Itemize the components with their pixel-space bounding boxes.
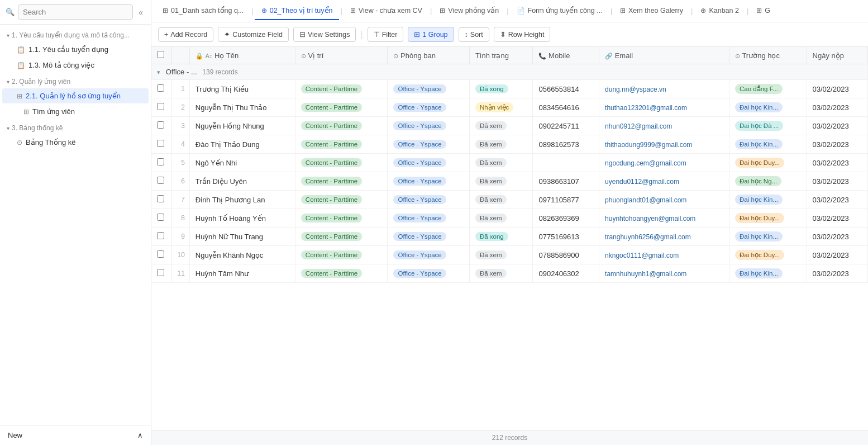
add-record-button[interactable]: + Add Record: [158, 27, 213, 42]
tab-02-theo-vi-tri[interactable]: ⊕ 02_Theo vị trí tuyển: [255, 2, 340, 20]
row-number: 3: [171, 117, 189, 135]
sidebar-item-yeu-cau-tuyen-dung[interactable]: 📋 1.1. Yêu cầu tuyển dụng: [2, 42, 149, 57]
sidebar-section-2[interactable]: ▾ 2. Quản lý ứng viên: [0, 73, 151, 88]
row-name: Trần Diệu Uyên: [189, 172, 295, 191]
sidebar-section-1[interactable]: ▾ 1. Yêu cầu tuyển dụng và mô tả công...: [0, 27, 151, 41]
table-row[interactable]: 1 Trương Thị Kiều Content - Parttime Off…: [151, 80, 868, 98]
sidebar-item-mo-ta-cong-viec[interactable]: 📋 1.3. Mô tả công việc: [2, 58, 149, 73]
row-checkbox[interactable]: [157, 250, 164, 258]
row-dept: Office - Yspace: [388, 117, 469, 135]
col-header-email: 🔗 Email: [599, 47, 729, 64]
group-button[interactable]: ⊞ 1 Group: [408, 27, 454, 42]
total-records-label: 212 records: [492, 434, 527, 442]
row-email: nhun0912@gmail.com: [599, 117, 729, 135]
select-all-checkbox[interactable]: [157, 51, 164, 58]
row-date: 03/02/2023: [807, 209, 867, 228]
sidebar-item-quan-ly-ho-so[interactable]: ⊞ 2.1. Quản lý hồ sơ ứng tuyển: [2, 88, 149, 103]
filter-label: Filter: [382, 31, 398, 39]
row-checkbox[interactable]: [157, 195, 164, 202]
tab-xem-galerry[interactable]: ⊞ Xem theo Galerry: [613, 2, 690, 20]
section-2-chevron: ▾: [7, 79, 9, 85]
col-header-mobile: 📞 Mobile: [533, 47, 599, 64]
tab-g[interactable]: ⊞ G: [750, 2, 777, 20]
sidebar-item-tim-ung-vien[interactable]: ⊞ Tìm ứng viên: [2, 104, 149, 119]
tab-kanban[interactable]: ⊕ Kanban 2: [694, 2, 746, 20]
table-row[interactable]: 5 Ngô Yến Nhi Content - Parttime Office …: [151, 154, 868, 172]
table-row[interactable]: 8 Huỳnh Tố Hoàng Yến Content - Parttime …: [151, 209, 868, 228]
tab-view-chua-xem[interactable]: ⊞ View - chưa xem CV: [344, 2, 429, 20]
row-height-button[interactable]: ⇕ Row Height: [494, 27, 551, 42]
sidebar-item-label: Bảng Thống kê: [26, 138, 75, 146]
sidebar-item-bang-thong-ke[interactable]: ⊙ Bảng Thống kê: [2, 135, 149, 150]
dept-badge: Office - Yspace: [393, 232, 446, 241]
row-checkbox[interactable]: [157, 158, 164, 165]
row-date: 03/02/2023: [807, 191, 867, 209]
row-number: 5: [171, 154, 189, 172]
tab-label: Kanban 2: [709, 7, 739, 15]
position-badge: Content - Parttime: [301, 158, 362, 167]
dept-badge: Office - Yspace: [393, 269, 446, 278]
email-value: thuthao123201@gmail.com: [605, 104, 687, 112]
row-checkbox[interactable]: [157, 140, 164, 147]
table-row[interactable]: 6 Trần Diệu Uyên Content - Parttime Offi…: [151, 172, 868, 191]
row-checkbox[interactable]: [157, 103, 164, 110]
row-checkbox[interactable]: [157, 269, 164, 276]
row-position: Content - Parttime: [295, 154, 388, 172]
sidebar-section-3[interactable]: ▾ 3. Bảng thống kê: [0, 120, 151, 134]
table-row[interactable]: 3 Nguyễn Hồng Nhung Content - Parttime O…: [151, 117, 868, 135]
customize-field-label: Customize Field: [232, 31, 283, 39]
row-school: Đai học Duy...: [729, 209, 807, 228]
section-1-label: 1. Yêu cầu tuyển dụng và mô tả công...: [12, 31, 130, 39]
tab-form-icon: 📄: [517, 7, 525, 15]
row-height-icon: ⇕: [500, 30, 506, 39]
row-checkbox-cell: [151, 209, 171, 228]
sort-button[interactable]: ↕ Sort: [459, 27, 489, 42]
dept-badge: Office - Yspace: [393, 177, 446, 186]
row-checkbox[interactable]: [157, 84, 164, 92]
tab-label: View phỏng vấn: [448, 6, 499, 15]
row-mobile: 0898162573: [533, 135, 599, 154]
row-school: Đai học Kin...: [729, 264, 807, 283]
status-badge: Nhận việc: [475, 102, 513, 112]
row-date: 03/02/2023: [807, 80, 867, 98]
sidebar-footer-new[interactable]: New ∧: [0, 425, 151, 445]
table-row[interactable]: 11 Huỳnh Tâm Như Content - Parttime Offi…: [151, 264, 868, 283]
filter-button[interactable]: ⊤ Filter: [368, 27, 404, 42]
circle-icon: ⊙: [301, 53, 306, 59]
tab-01-danh-sach[interactable]: ⊞ 01_Danh sách tổng q...: [156, 2, 250, 20]
row-checkbox[interactable]: [157, 177, 164, 184]
doc-icon-2: 📋: [17, 61, 25, 69]
view-settings-button[interactable]: ⊟ View Settings: [293, 27, 356, 42]
table-row[interactable]: 7 Đinh Thị Phương Lan Content - Parttime…: [151, 191, 868, 209]
tab-form-ung-tuyen[interactable]: 📄 Form ứng tuyển công ...: [510, 2, 609, 20]
dept-badge: Office - Yspace: [393, 214, 446, 222]
row-dept: Office - Yspace: [388, 154, 469, 172]
email-value: tranghuynh6256@gmail.com: [605, 233, 691, 241]
status-badge: Đã xong: [475, 232, 508, 241]
email-value: nkngoc0111@gmail.com: [605, 252, 679, 259]
tab-view-phong-van[interactable]: ⊞ View phỏng vấn: [433, 2, 505, 20]
table-row[interactable]: 10 Nguyễn Khánh Ngọc Content - Parttime …: [151, 246, 868, 264]
school-badge: Đai học Duy...: [735, 158, 784, 168]
row-checkbox-cell: [151, 264, 171, 283]
row-status: Đã xem: [469, 172, 533, 191]
table-row[interactable]: 2 Nguyễn Thị Thu Thảo Content - Parttime…: [151, 98, 868, 117]
search-input[interactable]: [18, 4, 133, 20]
dept-badge: Office - Yspace: [393, 250, 446, 259]
customize-field-button[interactable]: ✦ Customize Field: [218, 27, 289, 42]
row-number: 11: [171, 264, 189, 283]
dept-badge: Office - Yspace: [393, 140, 446, 149]
email-value: ngocdung.cem@gmail.com: [605, 159, 686, 167]
row-checkbox[interactable]: [157, 121, 164, 129]
tab-label: View - chưa xem CV: [359, 6, 422, 15]
row-checkbox[interactable]: [157, 214, 164, 221]
email-value: uyendu0112@gmail.com: [605, 178, 679, 186]
collapse-sidebar-button[interactable]: «: [136, 7, 145, 18]
table-row[interactable]: 9 Huỳnh Nữ Thu Trang Content - Parttime …: [151, 228, 868, 246]
row-checkbox[interactable]: [157, 232, 164, 239]
tab-label: 01_Danh sách tổng q...: [171, 6, 244, 15]
row-number: 4: [171, 135, 189, 154]
table-row[interactable]: 4 Đào Thị Thảo Dung Content - Parttime O…: [151, 135, 868, 154]
row-email: uyendu0112@gmail.com: [599, 172, 729, 191]
group-count: 139 records: [202, 68, 237, 76]
